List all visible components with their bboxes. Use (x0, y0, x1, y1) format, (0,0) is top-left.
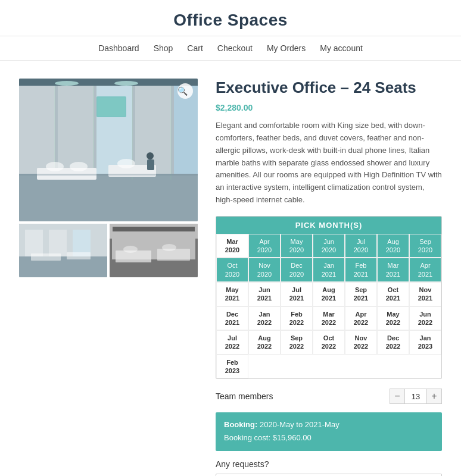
svg-point-19 (147, 152, 154, 159)
month-cell[interactable]: Mar 2022 (313, 306, 345, 331)
month-cell[interactable]: May 2020 (281, 234, 313, 258)
month-cell[interactable]: Oct 2021 (377, 282, 409, 306)
month-cell[interactable]: Mar 2021 (377, 258, 409, 282)
month-cell[interactable]: May 2022 (377, 306, 409, 331)
month-cell[interactable]: Feb 2021 (345, 258, 377, 282)
product-images: 🔍 (19, 79, 198, 277)
month-cell[interactable]: Jan 2022 (248, 306, 281, 331)
team-members-value: 13 (405, 389, 426, 404)
month-cell[interactable]: Jun 2020 (313, 234, 345, 258)
svg-point-38 (123, 246, 138, 253)
month-cell[interactable]: Nov 2021 (409, 282, 441, 306)
svg-rect-2 (19, 84, 55, 174)
thumbnail-1[interactable] (19, 224, 107, 277)
svg-rect-28 (49, 230, 67, 256)
site-header: Office Spaces (0, 0, 461, 36)
booking-label: Booking: (224, 420, 257, 429)
month-cell[interactable]: Aug 2020 (377, 234, 409, 258)
month-cell[interactable]: Apr 2022 (345, 306, 377, 331)
nav-my-orders[interactable]: My Orders (267, 43, 306, 53)
month-cell[interactable]: Jan 2023 (409, 330, 441, 355)
svg-rect-20 (147, 159, 154, 170)
decrease-team-button[interactable]: − (390, 389, 405, 404)
svg-rect-37 (157, 249, 190, 261)
month-cell[interactable]: May 2021 (216, 282, 248, 306)
svg-point-39 (162, 244, 176, 251)
thumbnail-row (19, 224, 198, 277)
svg-rect-22 (98, 98, 125, 116)
main-content: 🔍 (7, 79, 454, 476)
nav-checkout[interactable]: Checkout (217, 43, 253, 53)
month-cell[interactable]: Oct 2020 (216, 258, 248, 282)
month-cell[interactable]: Apr 2020 (248, 234, 281, 258)
month-cell[interactable]: Dec 2022 (377, 330, 409, 355)
nav-dashboard[interactable]: Dashboard (98, 43, 139, 53)
month-cell[interactable]: Nov 2020 (248, 258, 281, 282)
requests-textarea[interactable] (216, 474, 442, 476)
svg-rect-35 (113, 227, 195, 231)
svg-rect-31 (67, 252, 91, 259)
product-description: Elegant and comfortable room with King s… (216, 120, 442, 206)
booking-info: Booking: 2020-May to 2021-May Booking co… (216, 412, 442, 450)
months-grid: Mar 2020Apr 2020May 2020Jun 2020Jul 2020… (216, 234, 441, 379)
month-cell[interactable]: Oct 2022 (313, 330, 345, 355)
month-cell[interactable]: Feb 2023 (216, 355, 248, 379)
month-cell[interactable]: Sep 2022 (281, 330, 313, 355)
calendar-picker: PICK MONTH(S) Mar 2020Apr 2020May 2020Ju… (216, 216, 442, 380)
svg-rect-30 (31, 253, 61, 261)
svg-rect-3 (58, 84, 94, 174)
svg-rect-27 (25, 230, 43, 256)
svg-point-12 (55, 81, 79, 86)
svg-rect-11 (19, 79, 198, 86)
thumbnail-2[interactable] (110, 224, 198, 277)
month-cell[interactable]: Dec 2020 (281, 258, 313, 282)
svg-rect-41 (195, 239, 198, 259)
product-price: $2,280.00 (216, 103, 442, 112)
nav-shop[interactable]: Shop (154, 43, 173, 53)
month-cell[interactable]: Jul 2020 (345, 234, 377, 258)
team-members-label: Team members (216, 392, 384, 401)
month-cell[interactable]: Feb 2022 (281, 306, 313, 331)
svg-rect-23 (19, 174, 198, 176)
month-cell[interactable]: Sep 2020 (409, 234, 441, 258)
requests-section: Any requests? (216, 459, 442, 476)
booking-period-line: Booking: 2020-May to 2021-May (224, 418, 434, 431)
month-cell[interactable]: Aug 2021 (313, 282, 345, 306)
product-details: Executive Office – 24 Seats $2,280.00 El… (216, 79, 442, 476)
requests-label: Any requests? (216, 459, 442, 469)
product-title: Executive Office – 24 Seats (216, 79, 442, 97)
svg-point-18 (117, 159, 135, 168)
svg-rect-1 (19, 174, 198, 221)
month-cell[interactable]: Jul 2021 (281, 282, 313, 306)
month-cell[interactable]: Mar 2020 (216, 234, 248, 258)
team-members-stepper: − 13 + (390, 389, 442, 404)
calendar-header: PICK MONTH(S) (216, 217, 441, 234)
svg-point-17 (70, 162, 88, 171)
month-cell[interactable]: Jul 2022 (216, 330, 248, 355)
month-cell[interactable]: Nov 2022 (345, 330, 377, 355)
booking-period: 2020-May to 2021-May (260, 420, 339, 429)
month-cell[interactable]: Aug 2022 (248, 330, 281, 355)
month-cell[interactable]: Jun 2021 (248, 282, 281, 306)
svg-point-13 (114, 81, 138, 86)
zoom-icon[interactable]: 🔍 (177, 83, 193, 99)
month-cell[interactable]: Apr 2021 (409, 258, 441, 282)
month-cell[interactable]: Sep 2021 (345, 282, 377, 306)
team-members-row: Team members − 13 + (216, 389, 442, 404)
booking-cost: Booking cost: $15,960.00 (224, 431, 434, 444)
nav-my-account[interactable]: My account (320, 43, 363, 53)
svg-point-16 (46, 162, 64, 171)
month-cell[interactable]: Dec 2021 (216, 306, 248, 331)
main-product-image: 🔍 (19, 79, 198, 221)
month-cell[interactable]: Jun 2022 (409, 306, 441, 331)
nav-bar: Dashboard Shop Cart Checkout My Orders M… (0, 36, 461, 61)
month-cell[interactable]: Jan 2021 (313, 258, 345, 282)
svg-rect-40 (110, 239, 112, 259)
site-title: Office Spaces (0, 11, 461, 30)
increase-team-button[interactable]: + (426, 389, 442, 404)
nav-cart[interactable]: Cart (187, 43, 203, 53)
